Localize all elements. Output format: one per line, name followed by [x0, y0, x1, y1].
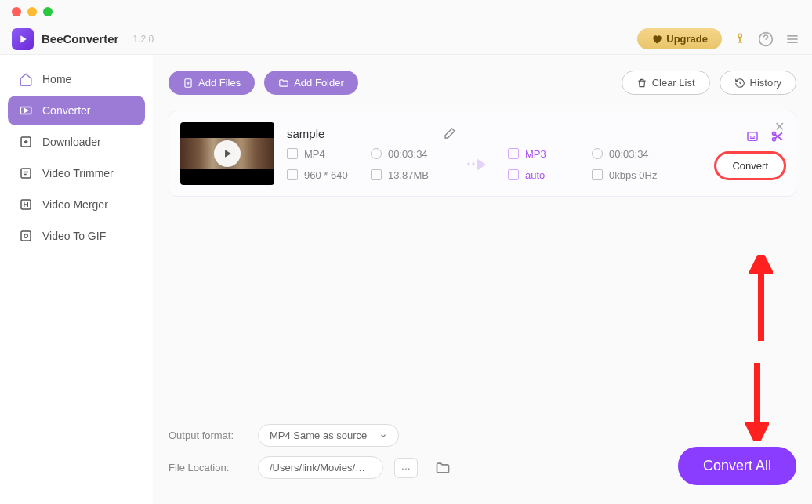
edit-icon[interactable]: [444, 127, 456, 140]
svg-marker-7: [25, 109, 28, 113]
output-format-label: Output format:: [169, 430, 247, 441]
chevron-down-icon: [379, 432, 387, 440]
sidebar-item-converter[interactable]: Converter: [8, 96, 145, 125]
home-icon: [19, 72, 33, 86]
trimmer-icon: [19, 166, 33, 180]
file-card: sample MP4 960 * 640: [169, 111, 796, 197]
add-folder-button[interactable]: Add Folder: [264, 71, 358, 95]
crown-icon[interactable]: [733, 32, 747, 46]
convert-all-button[interactable]: Convert All: [678, 447, 796, 485]
converter-icon: [19, 103, 33, 118]
history-button[interactable]: History: [720, 71, 796, 95]
svg-marker-14: [225, 150, 231, 157]
format-icon: [287, 148, 298, 159]
trash-icon: [636, 78, 647, 89]
target-duration: 00:03:34: [592, 148, 666, 160]
svg-rect-11: [21, 231, 31, 241]
minimize-window-button[interactable]: [27, 7, 37, 16]
output-format-dropdown[interactable]: MP4 Same as source: [258, 424, 399, 447]
maximize-window-button[interactable]: [43, 7, 53, 16]
target-quality[interactable]: auto: [508, 169, 582, 181]
sidebar-item-trimmer[interactable]: Video Trimmer: [8, 158, 145, 188]
svg-point-12: [24, 234, 28, 238]
play-icon: [214, 140, 241, 167]
browse-button[interactable]: ···: [394, 458, 418, 478]
clock-icon: [371, 148, 382, 159]
resolution-icon: [287, 169, 298, 180]
convert-button[interactable]: Convert: [716, 153, 785, 179]
add-files-button[interactable]: Add Files: [169, 71, 255, 95]
history-icon: [734, 78, 745, 89]
download-icon: [19, 135, 33, 149]
audio-icon: [592, 169, 603, 180]
gif-icon: [19, 229, 33, 243]
folder-plus-icon: [278, 78, 289, 89]
arrow-right-icon: [467, 158, 486, 171]
app-logo: [12, 28, 34, 50]
sidebar-item-merger[interactable]: Video Merger: [8, 190, 145, 219]
toolbar: Add Files Add Folder Clear List History: [169, 71, 796, 95]
format-icon: [508, 148, 519, 159]
clock-icon: [592, 148, 603, 159]
svg-point-17: [773, 137, 776, 140]
upgrade-button[interactable]: Upgrade: [637, 28, 722, 49]
help-icon[interactable]: [758, 31, 774, 47]
app-name: BeeConverter: [42, 32, 118, 45]
heart-icon: [651, 34, 662, 45]
svg-rect-15: [748, 132, 757, 140]
svg-marker-0: [20, 35, 26, 42]
subtitle-icon[interactable]: [745, 129, 759, 143]
file-plus-icon: [183, 78, 194, 89]
titlebar: [0, 0, 812, 24]
sidebar-item-home[interactable]: Home: [8, 64, 145, 94]
header: BeeConverter 1.2.0 Upgrade: [0, 24, 812, 55]
source-format: MP4: [287, 148, 361, 160]
merger-icon: [19, 198, 33, 212]
source-size: 13.87MB: [371, 169, 445, 181]
target-bitrate: 0kbps 0Hz: [592, 169, 666, 181]
close-window-button[interactable]: [12, 7, 21, 16]
svg-point-1: [738, 34, 742, 38]
file-location-field[interactable]: /Users/link/Movies/BeeC: [258, 456, 383, 479]
content-area: Add Files Add Folder Clear List History: [153, 55, 812, 504]
folder-open-icon[interactable]: [435, 460, 451, 476]
file-name: sample: [287, 127, 324, 140]
video-thumbnail[interactable]: [180, 122, 274, 185]
source-resolution: 960 * 640: [287, 169, 361, 181]
quality-icon: [508, 169, 519, 180]
annotation-arrow: [749, 255, 773, 341]
sidebar: Home Converter Downloader Video Trimmer …: [0, 55, 153, 504]
target-format[interactable]: MP3: [508, 148, 582, 160]
size-icon: [371, 169, 382, 180]
svg-rect-9: [21, 169, 31, 178]
sidebar-item-downloader[interactable]: Downloader: [8, 127, 145, 157]
file-location-label: File Location:: [169, 462, 247, 473]
menu-icon[interactable]: [785, 31, 800, 47]
source-duration: 00:03:34: [371, 148, 445, 160]
app-version: 1.2.0: [132, 34, 154, 45]
sidebar-item-gif[interactable]: Video To GIF: [8, 221, 145, 251]
clear-list-button[interactable]: Clear List: [622, 71, 710, 95]
remove-file-button[interactable]: ✕: [774, 119, 785, 134]
logo-area: BeeConverter 1.2.0: [12, 28, 154, 50]
